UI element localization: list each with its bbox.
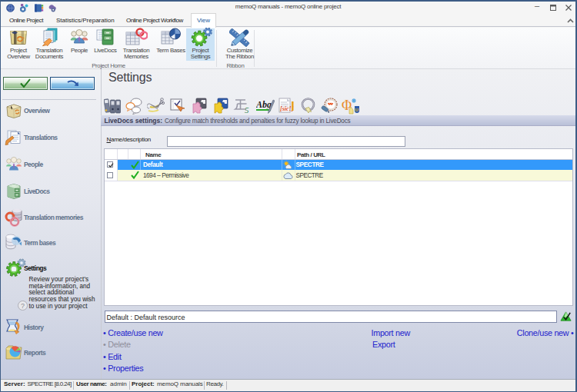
svg-text:U: U: [355, 108, 359, 112]
svg-text:?: ?: [20, 302, 24, 310]
svg-text:5: 5: [245, 105, 249, 115]
